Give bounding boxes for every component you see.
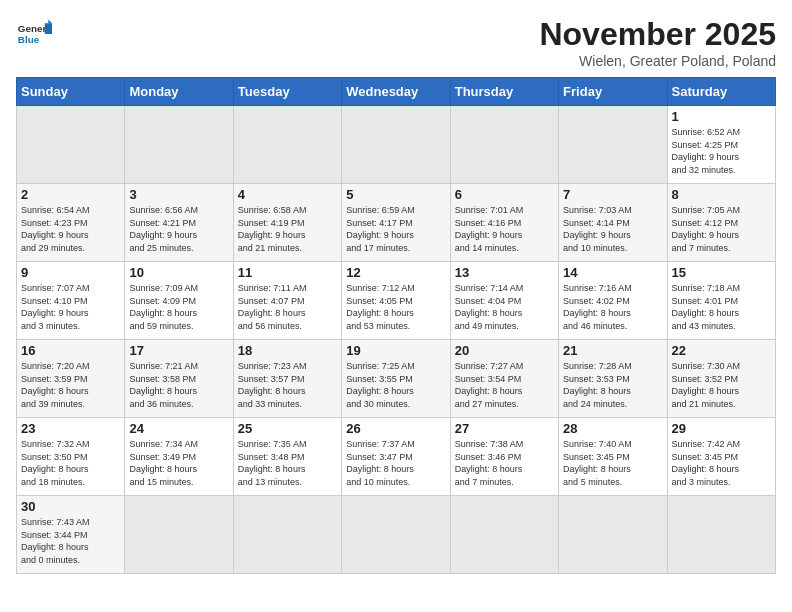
weekday-header-friday: Friday — [559, 78, 667, 106]
calendar-cell — [342, 106, 450, 184]
calendar-cell: 1Sunrise: 6:52 AM Sunset: 4:25 PM Daylig… — [667, 106, 775, 184]
weekday-header-sunday: Sunday — [17, 78, 125, 106]
svg-text:Blue: Blue — [18, 34, 40, 45]
day-number: 22 — [672, 343, 771, 358]
title-block: November 2025 Wielen, Greater Poland, Po… — [539, 16, 776, 69]
day-number: 15 — [672, 265, 771, 280]
calendar-week-row: 9Sunrise: 7:07 AM Sunset: 4:10 PM Daylig… — [17, 262, 776, 340]
day-number: 2 — [21, 187, 120, 202]
calendar-cell: 17Sunrise: 7:21 AM Sunset: 3:58 PM Dayli… — [125, 340, 233, 418]
calendar-cell — [559, 106, 667, 184]
calendar-cell: 14Sunrise: 7:16 AM Sunset: 4:02 PM Dayli… — [559, 262, 667, 340]
day-info: Sunrise: 7:09 AM Sunset: 4:09 PM Dayligh… — [129, 282, 228, 332]
calendar-cell: 27Sunrise: 7:38 AM Sunset: 3:46 PM Dayli… — [450, 418, 558, 496]
svg-marker-3 — [48, 20, 52, 24]
day-info: Sunrise: 7:43 AM Sunset: 3:44 PM Dayligh… — [21, 516, 120, 566]
svg-marker-2 — [45, 23, 52, 34]
day-info: Sunrise: 7:21 AM Sunset: 3:58 PM Dayligh… — [129, 360, 228, 410]
calendar-cell: 4Sunrise: 6:58 AM Sunset: 4:19 PM Daylig… — [233, 184, 341, 262]
day-info: Sunrise: 7:18 AM Sunset: 4:01 PM Dayligh… — [672, 282, 771, 332]
calendar-cell — [667, 496, 775, 574]
logo: General Blue — [16, 16, 52, 52]
day-info: Sunrise: 6:52 AM Sunset: 4:25 PM Dayligh… — [672, 126, 771, 176]
day-info: Sunrise: 7:20 AM Sunset: 3:59 PM Dayligh… — [21, 360, 120, 410]
calendar-cell: 6Sunrise: 7:01 AM Sunset: 4:16 PM Daylig… — [450, 184, 558, 262]
day-info: Sunrise: 7:14 AM Sunset: 4:04 PM Dayligh… — [455, 282, 554, 332]
calendar-cell: 30Sunrise: 7:43 AM Sunset: 3:44 PM Dayli… — [17, 496, 125, 574]
calendar-cell: 13Sunrise: 7:14 AM Sunset: 4:04 PM Dayli… — [450, 262, 558, 340]
day-number: 17 — [129, 343, 228, 358]
weekday-header-saturday: Saturday — [667, 78, 775, 106]
calendar-cell: 8Sunrise: 7:05 AM Sunset: 4:12 PM Daylig… — [667, 184, 775, 262]
calendar-cell: 22Sunrise: 7:30 AM Sunset: 3:52 PM Dayli… — [667, 340, 775, 418]
day-info: Sunrise: 6:56 AM Sunset: 4:21 PM Dayligh… — [129, 204, 228, 254]
day-number: 9 — [21, 265, 120, 280]
calendar-cell: 16Sunrise: 7:20 AM Sunset: 3:59 PM Dayli… — [17, 340, 125, 418]
day-number: 1 — [672, 109, 771, 124]
day-number: 13 — [455, 265, 554, 280]
calendar-cell: 21Sunrise: 7:28 AM Sunset: 3:53 PM Dayli… — [559, 340, 667, 418]
day-info: Sunrise: 7:03 AM Sunset: 4:14 PM Dayligh… — [563, 204, 662, 254]
day-info: Sunrise: 7:27 AM Sunset: 3:54 PM Dayligh… — [455, 360, 554, 410]
day-number: 11 — [238, 265, 337, 280]
day-number: 25 — [238, 421, 337, 436]
calendar-cell — [233, 496, 341, 574]
day-info: Sunrise: 7:38 AM Sunset: 3:46 PM Dayligh… — [455, 438, 554, 488]
day-number: 21 — [563, 343, 662, 358]
day-info: Sunrise: 7:12 AM Sunset: 4:05 PM Dayligh… — [346, 282, 445, 332]
calendar-cell: 19Sunrise: 7:25 AM Sunset: 3:55 PM Dayli… — [342, 340, 450, 418]
day-info: Sunrise: 7:42 AM Sunset: 3:45 PM Dayligh… — [672, 438, 771, 488]
calendar-week-row: 2Sunrise: 6:54 AM Sunset: 4:23 PM Daylig… — [17, 184, 776, 262]
day-number: 24 — [129, 421, 228, 436]
calendar-cell — [125, 496, 233, 574]
day-info: Sunrise: 7:28 AM Sunset: 3:53 PM Dayligh… — [563, 360, 662, 410]
calendar-cell: 26Sunrise: 7:37 AM Sunset: 3:47 PM Dayli… — [342, 418, 450, 496]
calendar-cell: 7Sunrise: 7:03 AM Sunset: 4:14 PM Daylig… — [559, 184, 667, 262]
calendar-cell: 28Sunrise: 7:40 AM Sunset: 3:45 PM Dayli… — [559, 418, 667, 496]
calendar-cell — [342, 496, 450, 574]
day-number: 7 — [563, 187, 662, 202]
calendar-cell: 10Sunrise: 7:09 AM Sunset: 4:09 PM Dayli… — [125, 262, 233, 340]
day-number: 18 — [238, 343, 337, 358]
logo-icon: General Blue — [16, 16, 52, 52]
calendar-cell — [233, 106, 341, 184]
day-number: 12 — [346, 265, 445, 280]
calendar-cell: 9Sunrise: 7:07 AM Sunset: 4:10 PM Daylig… — [17, 262, 125, 340]
weekday-header-row: SundayMondayTuesdayWednesdayThursdayFrid… — [17, 78, 776, 106]
day-number: 19 — [346, 343, 445, 358]
calendar-week-row: 1Sunrise: 6:52 AM Sunset: 4:25 PM Daylig… — [17, 106, 776, 184]
calendar-cell: 5Sunrise: 6:59 AM Sunset: 4:17 PM Daylig… — [342, 184, 450, 262]
day-number: 5 — [346, 187, 445, 202]
day-number: 29 — [672, 421, 771, 436]
day-number: 20 — [455, 343, 554, 358]
day-number: 14 — [563, 265, 662, 280]
calendar-cell: 3Sunrise: 6:56 AM Sunset: 4:21 PM Daylig… — [125, 184, 233, 262]
day-number: 23 — [21, 421, 120, 436]
weekday-header-monday: Monday — [125, 78, 233, 106]
day-info: Sunrise: 7:34 AM Sunset: 3:49 PM Dayligh… — [129, 438, 228, 488]
day-info: Sunrise: 7:11 AM Sunset: 4:07 PM Dayligh… — [238, 282, 337, 332]
calendar-cell — [450, 106, 558, 184]
day-number: 30 — [21, 499, 120, 514]
calendar-cell: 24Sunrise: 7:34 AM Sunset: 3:49 PM Dayli… — [125, 418, 233, 496]
calendar-cell: 29Sunrise: 7:42 AM Sunset: 3:45 PM Dayli… — [667, 418, 775, 496]
day-number: 16 — [21, 343, 120, 358]
calendar-title: November 2025 — [539, 16, 776, 53]
day-info: Sunrise: 7:05 AM Sunset: 4:12 PM Dayligh… — [672, 204, 771, 254]
day-info: Sunrise: 7:23 AM Sunset: 3:57 PM Dayligh… — [238, 360, 337, 410]
calendar-cell: 25Sunrise: 7:35 AM Sunset: 3:48 PM Dayli… — [233, 418, 341, 496]
weekday-header-wednesday: Wednesday — [342, 78, 450, 106]
day-number: 10 — [129, 265, 228, 280]
calendar-subtitle: Wielen, Greater Poland, Poland — [539, 53, 776, 69]
calendar-cell: 18Sunrise: 7:23 AM Sunset: 3:57 PM Dayli… — [233, 340, 341, 418]
calendar-week-row: 23Sunrise: 7:32 AM Sunset: 3:50 PM Dayli… — [17, 418, 776, 496]
calendar-cell: 15Sunrise: 7:18 AM Sunset: 4:01 PM Dayli… — [667, 262, 775, 340]
calendar-cell: 11Sunrise: 7:11 AM Sunset: 4:07 PM Dayli… — [233, 262, 341, 340]
day-info: Sunrise: 7:37 AM Sunset: 3:47 PM Dayligh… — [346, 438, 445, 488]
day-info: Sunrise: 6:58 AM Sunset: 4:19 PM Dayligh… — [238, 204, 337, 254]
calendar-week-row: 30Sunrise: 7:43 AM Sunset: 3:44 PM Dayli… — [17, 496, 776, 574]
calendar-week-row: 16Sunrise: 7:20 AM Sunset: 3:59 PM Dayli… — [17, 340, 776, 418]
calendar-cell: 20Sunrise: 7:27 AM Sunset: 3:54 PM Dayli… — [450, 340, 558, 418]
day-info: Sunrise: 7:01 AM Sunset: 4:16 PM Dayligh… — [455, 204, 554, 254]
calendar-cell: 2Sunrise: 6:54 AM Sunset: 4:23 PM Daylig… — [17, 184, 125, 262]
